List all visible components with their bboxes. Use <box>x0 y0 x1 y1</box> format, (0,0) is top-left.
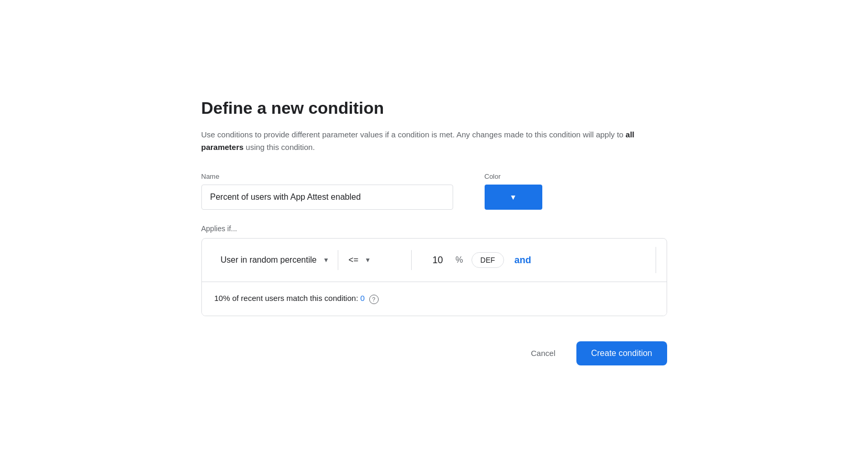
type-chevron-down-icon: ▼ <box>323 256 329 264</box>
and-link[interactable]: and <box>515 255 531 266</box>
operator-chevron-down-icon: ▼ <box>365 256 371 264</box>
condition-type-label: User in random percentile <box>221 255 317 265</box>
percentile-value-input[interactable] <box>422 255 454 266</box>
name-color-row: Name Color ▼ <box>201 172 667 224</box>
operator-dropdown[interactable]: <= ▼ <box>338 250 412 270</box>
value-section: % DEF and <box>412 247 656 273</box>
applies-if-section: Applies if... User in random percentile … <box>201 224 667 316</box>
color-label: Color <box>485 172 542 180</box>
condition-box: User in random percentile ▼ <= ▼ % DEF a… <box>201 238 667 316</box>
name-input[interactable] <box>201 185 453 210</box>
applies-label: Applies if... <box>201 224 667 233</box>
match-count: 0 <box>360 294 365 303</box>
help-icon[interactable]: ? <box>369 295 379 304</box>
condition-row: User in random percentile ▼ <= ▼ % DEF a… <box>202 239 667 282</box>
name-label: Name <box>201 172 453 180</box>
dialog-title: Define a new condition <box>201 99 667 118</box>
def-button[interactable]: DEF <box>471 252 504 268</box>
define-condition-dialog: Define a new condition Use conditions to… <box>172 73 696 390</box>
description-text-1: Use conditions to provide different para… <box>201 130 626 139</box>
chevron-down-icon: ▼ <box>510 193 517 201</box>
description-text-2: using this condition. <box>243 143 315 152</box>
name-section: Name <box>201 172 453 210</box>
condition-type-dropdown[interactable]: User in random percentile ▼ <box>212 250 338 270</box>
dialog-footer: Cancel Create condition <box>201 341 667 365</box>
match-text-prefix: 10% of recent users match this condition… <box>215 294 360 303</box>
color-section: Color ▼ <box>485 172 542 210</box>
color-picker-button[interactable]: ▼ <box>485 185 542 210</box>
dialog-description: Use conditions to provide different para… <box>201 128 667 154</box>
cancel-button[interactable]: Cancel <box>518 342 568 364</box>
percent-symbol: % <box>456 255 463 265</box>
create-condition-button[interactable]: Create condition <box>576 341 667 365</box>
match-info-row: 10% of recent users match this condition… <box>202 282 667 315</box>
match-info-text: 10% of recent users match this condition… <box>215 294 379 303</box>
operator-label: <= <box>349 255 359 265</box>
